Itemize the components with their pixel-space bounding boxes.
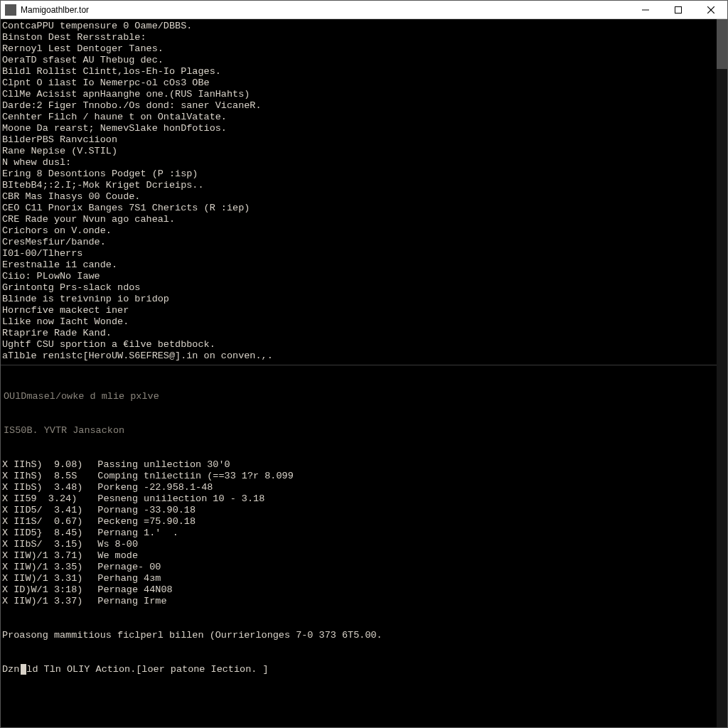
log-id: X IID5/ 3.41) xyxy=(2,505,80,516)
log-message: Pernage 44N08 xyxy=(97,584,172,596)
minimize-button[interactable] xyxy=(629,1,662,18)
log-message: Ws 8-00 xyxy=(97,539,138,550)
log-id: X IIhS) 9.08) xyxy=(2,459,80,471)
terminal-line: OeraTD sfaset AU Thebug dec. xyxy=(2,55,724,66)
terminal-line: CllMe Acisist apnHaanghe one.(RUS IanHah… xyxy=(2,89,724,100)
terminal-line: Ughtf CSU sportion a €ilve betdbbock. xyxy=(2,339,724,350)
terminal-bottom-pane: OUlDmasel/owke d mlie pxlve IS50B. YVTR … xyxy=(1,367,727,700)
scrollbar-track[interactable] xyxy=(717,19,727,727)
window: Mamigoathlber.tor ContcaPPU tempensure 0… xyxy=(0,0,728,728)
section-header-1: OUlDmasel/owke d mlie pxlve xyxy=(2,391,724,402)
scrollbar-thumb[interactable] xyxy=(717,19,727,69)
terminal-line: Llike now Iacht Wonde. xyxy=(2,316,724,328)
log-row: X IIW)/1 3.31) Perhang 4зm xyxy=(2,573,724,584)
terminal-line: CRE Rade your Nvun ago caheal. xyxy=(2,214,724,225)
log-id: X II1S/ 0.67) xyxy=(2,516,80,528)
log-row: X IIW)/1 3.35) Pernage- 00 xyxy=(2,562,724,573)
minimize-icon xyxy=(642,6,649,14)
window-title: Mamigoathlber.tor xyxy=(21,5,629,15)
terminal-line: Clpnt O ilast Io Nemerpc-ol cOs3 OBe xyxy=(2,77,724,89)
maximize-icon xyxy=(675,6,682,14)
pane-divider xyxy=(1,365,727,365)
terminal-line: Ciio: PLowNo Iawe xyxy=(2,271,724,282)
app-icon xyxy=(5,4,16,16)
terminal-line: Blinde is treivninp io bridop xyxy=(2,294,724,305)
log-row: X IIhS) 9.08) Passing unllection 30'0 xyxy=(2,459,724,471)
terminal-line: Erestnalle i1 cande. xyxy=(2,259,724,271)
log-id: X IIbS) 3.48) xyxy=(2,482,80,493)
log-message: Pesneng uniilection 10 - 3.18 xyxy=(97,493,264,505)
titlebar: Mamigoathlber.tor xyxy=(1,1,727,19)
log-message: Perhang 4зm xyxy=(97,573,161,584)
log-id: X IIbS/ 3.15) xyxy=(2,539,80,550)
terminal-line: Rtaprire Rade Kand. xyxy=(2,328,724,339)
terminal-line: CBR Mas Ihasys 00 Coude. xyxy=(2,191,724,203)
log-message: We mode xyxy=(97,550,138,562)
terminal-line: Rernoyl Lest Dentoger Tanes. xyxy=(2,43,724,55)
prompt-segment-a: Dzn xyxy=(2,664,19,675)
log-message: Pornang -33.90.18 xyxy=(97,505,196,516)
terminal-line: Bildl Rollist Clintt,los-Eh-Io Plages. xyxy=(2,66,724,77)
log-id: X IIW)/1 3.35) xyxy=(2,562,80,573)
log-message: Comping tnliectiin (==33 1?r 8.099 xyxy=(97,471,293,482)
terminal-line: Moone Da rearst; NemevSlake honDfotios. xyxy=(2,123,724,134)
log-id: X IIW)/1 3.71) xyxy=(2,550,80,562)
terminal-line: ContcaPPU tempensure 0 Oame/DBBS. xyxy=(2,21,724,32)
log-id: X IIhS) 8.5S xyxy=(2,471,80,482)
terminal-line: Ering 8 Desontions Podget (P :isp) xyxy=(2,168,724,180)
terminal-line: BItebB4;:2.I;-Mok Kriget Dcrieips.. xyxy=(2,180,724,191)
terminal-line: BilderPBS Ranvciioon xyxy=(2,134,724,146)
terminal-line: I01-00/Tlherrs xyxy=(2,248,724,259)
terminal-line: Rane Nepise (V.STIL) xyxy=(2,146,724,157)
terminal-line: Grintontg Prs-slack ndos xyxy=(2,282,724,294)
log-row: X IIbS/ 3.15) Ws 8-00 xyxy=(2,539,724,550)
terminal-line: N whew dusl: xyxy=(2,157,724,168)
prompt-segment-b: ld Tln OLIY Action.[loer patone Iection.… xyxy=(26,664,268,675)
log-row: X IIW)/1 3.71) We mode xyxy=(2,550,724,562)
log-rows: X IIhS) 9.08) Passing unllection 30'0X I… xyxy=(2,459,724,607)
log-message: Passing unllection 30'0 xyxy=(97,459,230,471)
section-header-2: IS50B. YVTR Jansackon xyxy=(2,425,724,437)
log-row: X IIbS) 3.48) Porkeng -22.958.1-48 xyxy=(2,482,724,493)
log-row: X II59 3.24) Pesneng uniilection 10 - 3.… xyxy=(2,493,724,505)
log-message: Peckeng =75.90.18 xyxy=(97,516,196,528)
log-message: Pernage- 00 xyxy=(97,562,161,573)
log-row: X IIhS) 8.5S Comping tnliectiin (==33 1?… xyxy=(2,471,724,482)
log-message: Porkeng -22.958.1-48 xyxy=(97,482,213,493)
terminal-line: Horncfive mackect iner xyxy=(2,305,724,316)
terminal-line: aTlble renistc[HeroUW.S6EFRES@].in on co… xyxy=(2,350,724,362)
log-row: X IID5} 8.45) Pernang 1.' . xyxy=(2,528,724,539)
log-id: X IIW)/1 3.31) xyxy=(2,573,80,584)
terminal-line: CresMesfiur/bande. xyxy=(2,237,724,248)
log-row: X IID5/ 3.41) Pornang -33.90.18 xyxy=(2,505,724,516)
close-button[interactable] xyxy=(695,1,727,18)
log-message: Pernang 1.' . xyxy=(97,528,178,539)
terminal-line: Binston Dest Rersstrable: xyxy=(2,32,724,43)
terminal-line: Cenhter Filch / haune t on OntalVatate. xyxy=(2,112,724,123)
terminal-line: Crichors on V.onde. xyxy=(2,225,724,237)
log-id: X IID5} 8.45) xyxy=(2,528,80,539)
log-row: X II1S/ 0.67) Peckeng =75.90.18 xyxy=(2,516,724,528)
terminal-line: Darde:2 Figer Tnnobo./Os dond: saner Vic… xyxy=(2,100,724,112)
log-row: X ID)W/1 3:18) Pernage 44N08 xyxy=(2,584,724,596)
footer-line-2: Dznld Tln OLIY Action.[loer patone Iecti… xyxy=(2,664,724,675)
terminal-line: CEO C1l Pnorix Banges 7S1 Chericts (R :i… xyxy=(2,203,724,214)
terminal-top-pane: ContcaPPU tempensure 0 Oame/DBBS.Binston… xyxy=(1,19,727,363)
footer-line-1: Proasong mammitious ficlperl billen (Our… xyxy=(2,630,724,641)
window-controls xyxy=(629,1,727,18)
log-id: X II59 3.24) xyxy=(2,493,80,505)
log-message: Pernang Irme xyxy=(97,596,166,607)
svg-rect-1 xyxy=(675,6,682,13)
close-icon xyxy=(707,6,714,14)
log-id: X ID)W/1 3:18) xyxy=(2,584,80,596)
terminal[interactable]: ContcaPPU tempensure 0 Oame/DBBS.Binston… xyxy=(1,19,727,727)
maximize-button[interactable] xyxy=(662,1,695,18)
log-row: X IIW)/1 3.37) Pernang Irme xyxy=(2,596,724,607)
log-id: X IIW)/1 3.37) xyxy=(2,596,80,607)
